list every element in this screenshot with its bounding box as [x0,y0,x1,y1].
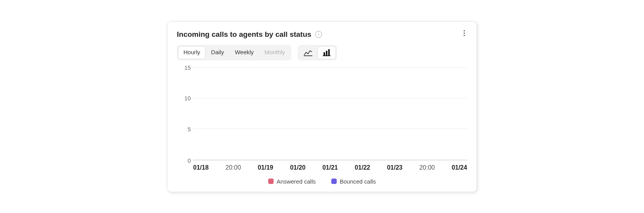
gridline [193,160,467,160]
chart-legend: Answered calls Bounced calls [177,178,467,185]
legend-label-bounced: Bounced calls [340,178,376,185]
line-chart-icon [304,49,312,56]
svg-rect-4 [323,55,331,56]
card-title: Incoming calls to agents by call status [177,30,311,39]
chart-type-toggle [298,45,337,60]
chart-plot [193,67,467,160]
chart-bars [193,67,467,160]
controls-row: Hourly Daily Weekly Monthly [177,45,467,60]
legend-label-answered: Answered calls [277,178,316,185]
x-tick-label: 01/24 [452,164,467,171]
tab-hourly[interactable]: Hourly [178,46,206,59]
y-tick-label: 15 [177,64,191,70]
legend-swatch-bounced [331,179,337,184]
y-tick-label: 5 [177,126,191,132]
x-tick-label: 01/23 [387,164,402,171]
line-chart-button[interactable] [299,46,317,59]
legend-item-bounced[interactable]: Bounced calls [331,178,376,185]
chart-area: 051015 [177,67,467,160]
bar-chart-button[interactable] [317,46,336,59]
chart-card: Incoming calls to agents by call status … [167,21,477,192]
svg-rect-1 [324,52,325,55]
tab-weekly[interactable]: Weekly [230,46,259,59]
x-tick-label: 01/18 [193,164,209,171]
x-axis: 01/1820:0001/1901/2001/2101/2201/2320:00… [177,164,467,171]
x-tick-label: 20:00 [225,164,241,171]
granularity-tabs: Hourly Daily Weekly Monthly [177,45,291,60]
gridline [193,129,467,129]
y-tick-label: 0 [177,157,191,163]
y-tick-label: 10 [177,95,191,101]
legend-item-answered[interactable]: Answered calls [268,178,316,185]
x-tick-label: 01/19 [258,164,273,171]
x-tick-label: 20:00 [419,164,435,171]
tab-daily[interactable]: Daily [206,46,229,59]
x-tick-label: 01/22 [355,164,370,171]
svg-rect-3 [328,49,330,55]
gridline [193,67,467,68]
more-options-button[interactable] [459,29,469,38]
svg-rect-2 [326,51,327,55]
x-tick-label: 01/20 [290,164,305,171]
legend-swatch-answered [268,179,274,184]
bar-chart-icon [323,49,331,56]
info-icon[interactable]: i [315,31,322,38]
card-header: Incoming calls to agents by call status … [177,30,467,39]
gridline [193,98,467,98]
x-tick-label: 01/21 [322,164,338,171]
tab-monthly: Monthly [259,46,291,59]
